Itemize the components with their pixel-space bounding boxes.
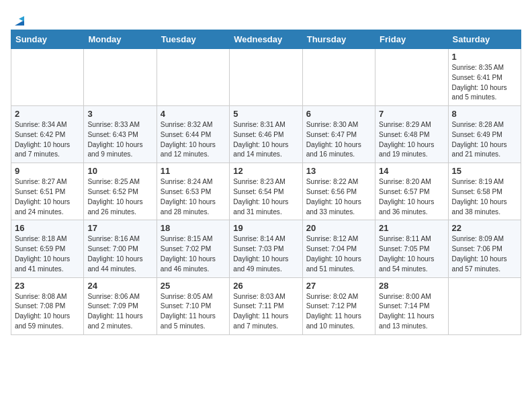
- day-info: Sunrise: 8:29 AMSunset: 6:48 PMDaylight:…: [379, 120, 444, 160]
- svg-marker-0: [15, 20, 24, 26]
- calendar-cell: 19Sunrise: 8:14 AMSunset: 7:03 PMDayligh…: [230, 220, 302, 277]
- day-info: Sunrise: 8:34 AMSunset: 6:42 PMDaylight:…: [15, 120, 80, 160]
- day-info: Sunrise: 8:23 AMSunset: 6:54 PMDaylight:…: [233, 177, 298, 217]
- calendar-cell: 7Sunrise: 8:29 AMSunset: 6:48 PMDaylight…: [375, 106, 448, 163]
- day-number: 10: [87, 166, 152, 176]
- page-header: [11, 11, 521, 27]
- day-number: 22: [452, 223, 517, 233]
- day-info: Sunrise: 8:03 AMSunset: 7:11 PMDaylight:…: [233, 292, 298, 332]
- calendar-cell: 12Sunrise: 8:23 AMSunset: 6:54 PMDayligh…: [230, 163, 302, 220]
- calendar-cell: 16Sunrise: 8:18 AMSunset: 6:59 PMDayligh…: [11, 220, 84, 277]
- svg-marker-1: [19, 16, 24, 21]
- calendar-cell: 2Sunrise: 8:34 AMSunset: 6:42 PMDaylight…: [11, 106, 84, 163]
- day-info: Sunrise: 8:22 AMSunset: 6:56 PMDaylight:…: [306, 177, 371, 217]
- calendar-cell: 22Sunrise: 8:09 AMSunset: 7:06 PMDayligh…: [448, 220, 521, 277]
- calendar-header-friday: Friday: [375, 30, 448, 49]
- day-number: 14: [379, 166, 444, 176]
- logo: [11, 13, 27, 27]
- day-number: 1: [452, 52, 517, 62]
- day-number: 7: [379, 109, 444, 119]
- day-number: 3: [87, 109, 152, 119]
- day-info: Sunrise: 8:15 AMSunset: 7:02 PMDaylight:…: [161, 234, 226, 274]
- calendar-header-row: SundayMondayTuesdayWednesdayThursdayFrid…: [11, 30, 521, 49]
- day-info: Sunrise: 8:33 AMSunset: 6:43 PMDaylight:…: [87, 120, 152, 160]
- calendar-cell: 28Sunrise: 8:00 AMSunset: 7:14 PMDayligh…: [375, 277, 448, 334]
- day-number: 2: [15, 109, 80, 119]
- calendar-header-wednesday: Wednesday: [230, 30, 302, 49]
- day-info: Sunrise: 8:08 AMSunset: 7:08 PMDaylight:…: [15, 292, 80, 332]
- calendar-cell: 4Sunrise: 8:32 AMSunset: 6:44 PMDaylight…: [157, 106, 229, 163]
- day-number: 26: [233, 281, 298, 291]
- calendar-cell: 6Sunrise: 8:30 AMSunset: 6:47 PMDaylight…: [302, 106, 375, 163]
- day-number: 8: [452, 109, 517, 119]
- day-info: Sunrise: 8:28 AMSunset: 6:49 PMDaylight:…: [452, 120, 517, 160]
- day-info: Sunrise: 8:14 AMSunset: 7:03 PMDaylight:…: [233, 234, 298, 274]
- calendar-week-row: 16Sunrise: 8:18 AMSunset: 6:59 PMDayligh…: [11, 220, 521, 277]
- calendar-header-thursday: Thursday: [302, 30, 375, 49]
- day-info: Sunrise: 8:06 AMSunset: 7:09 PMDaylight:…: [87, 292, 152, 332]
- calendar-cell: 18Sunrise: 8:15 AMSunset: 7:02 PMDayligh…: [157, 220, 229, 277]
- day-info: Sunrise: 8:19 AMSunset: 6:58 PMDaylight:…: [452, 177, 517, 217]
- calendar-header-sunday: Sunday: [11, 30, 84, 49]
- day-number: 28: [379, 281, 444, 291]
- day-number: 16: [15, 223, 80, 233]
- calendar-header-saturday: Saturday: [448, 30, 521, 49]
- calendar-header-monday: Monday: [84, 30, 157, 49]
- calendar-table: SundayMondayTuesdayWednesdayThursdayFrid…: [11, 30, 521, 335]
- calendar-cell: 26Sunrise: 8:03 AMSunset: 7:11 PMDayligh…: [230, 277, 302, 334]
- calendar-cell: [302, 49, 375, 106]
- day-number: 12: [233, 166, 298, 176]
- day-info: Sunrise: 8:09 AMSunset: 7:06 PMDaylight:…: [452, 234, 517, 274]
- calendar-week-row: 23Sunrise: 8:08 AMSunset: 7:08 PMDayligh…: [11, 277, 521, 334]
- calendar-cell: 24Sunrise: 8:06 AMSunset: 7:09 PMDayligh…: [84, 277, 157, 334]
- day-number: 27: [306, 281, 371, 291]
- day-number: 18: [161, 223, 226, 233]
- day-info: Sunrise: 8:25 AMSunset: 6:52 PMDaylight:…: [87, 177, 152, 217]
- calendar-cell: 1Sunrise: 8:35 AMSunset: 6:41 PMDaylight…: [448, 49, 521, 106]
- calendar-cell: 9Sunrise: 8:27 AMSunset: 6:51 PMDaylight…: [11, 163, 84, 220]
- calendar-cell: 21Sunrise: 8:11 AMSunset: 7:05 PMDayligh…: [375, 220, 448, 277]
- day-number: 20: [306, 223, 371, 233]
- day-info: Sunrise: 8:35 AMSunset: 6:41 PMDaylight:…: [452, 63, 517, 103]
- day-info: Sunrise: 8:16 AMSunset: 7:00 PMDaylight:…: [87, 234, 152, 274]
- day-info: Sunrise: 8:12 AMSunset: 7:04 PMDaylight:…: [306, 234, 371, 274]
- day-number: 6: [306, 109, 371, 119]
- calendar-cell: [84, 49, 157, 106]
- calendar-cell: 10Sunrise: 8:25 AMSunset: 6:52 PMDayligh…: [84, 163, 157, 220]
- calendar-cell: 3Sunrise: 8:33 AMSunset: 6:43 PMDaylight…: [84, 106, 157, 163]
- calendar-cell: [230, 49, 302, 106]
- calendar-cell: 8Sunrise: 8:28 AMSunset: 6:49 PMDaylight…: [448, 106, 521, 163]
- calendar-cell: [448, 277, 521, 334]
- calendar-cell: 13Sunrise: 8:22 AMSunset: 6:56 PMDayligh…: [302, 163, 375, 220]
- day-info: Sunrise: 8:05 AMSunset: 7:10 PMDaylight:…: [161, 292, 226, 332]
- calendar-cell: 5Sunrise: 8:31 AMSunset: 6:46 PMDaylight…: [230, 106, 302, 163]
- calendar-cell: [375, 49, 448, 106]
- day-number: 9: [15, 166, 80, 176]
- day-info: Sunrise: 8:32 AMSunset: 6:44 PMDaylight:…: [161, 120, 226, 160]
- calendar-week-row: 1Sunrise: 8:35 AMSunset: 6:41 PMDaylight…: [11, 49, 521, 106]
- day-info: Sunrise: 8:20 AMSunset: 6:57 PMDaylight:…: [379, 177, 444, 217]
- logo-icon: [12, 13, 27, 28]
- day-number: 17: [87, 223, 152, 233]
- day-info: Sunrise: 8:31 AMSunset: 6:46 PMDaylight:…: [233, 120, 298, 160]
- day-number: 15: [452, 166, 517, 176]
- day-number: 5: [233, 109, 298, 119]
- day-number: 13: [306, 166, 371, 176]
- day-number: 11: [161, 166, 226, 176]
- day-info: Sunrise: 8:30 AMSunset: 6:47 PMDaylight:…: [306, 120, 371, 160]
- day-info: Sunrise: 8:00 AMSunset: 7:14 PMDaylight:…: [379, 292, 444, 332]
- day-info: Sunrise: 8:24 AMSunset: 6:53 PMDaylight:…: [161, 177, 226, 217]
- calendar-week-row: 9Sunrise: 8:27 AMSunset: 6:51 PMDaylight…: [11, 163, 521, 220]
- calendar-header-tuesday: Tuesday: [157, 30, 229, 49]
- day-info: Sunrise: 8:11 AMSunset: 7:05 PMDaylight:…: [379, 234, 444, 274]
- day-info: Sunrise: 8:02 AMSunset: 7:12 PMDaylight:…: [306, 292, 371, 332]
- calendar-cell: [11, 49, 84, 106]
- day-number: 23: [15, 281, 80, 291]
- day-number: 24: [87, 281, 152, 291]
- calendar-cell: 15Sunrise: 8:19 AMSunset: 6:58 PMDayligh…: [448, 163, 521, 220]
- calendar-cell: 27Sunrise: 8:02 AMSunset: 7:12 PMDayligh…: [302, 277, 375, 334]
- day-number: 19: [233, 223, 298, 233]
- calendar-cell: 20Sunrise: 8:12 AMSunset: 7:04 PMDayligh…: [302, 220, 375, 277]
- day-info: Sunrise: 8:18 AMSunset: 6:59 PMDaylight:…: [15, 234, 80, 274]
- calendar-cell: 14Sunrise: 8:20 AMSunset: 6:57 PMDayligh…: [375, 163, 448, 220]
